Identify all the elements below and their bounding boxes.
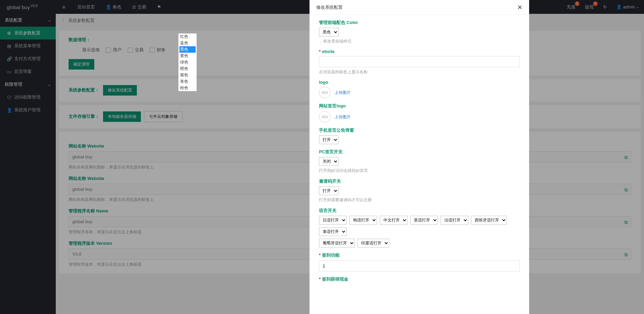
drawer-header: 修改系统配置 ✕ bbox=[309, 0, 529, 14]
close-icon[interactable]: ✕ bbox=[517, 4, 522, 11]
drawer-title: 修改系统配置 bbox=[316, 4, 343, 10]
config-drawer: 修改系统配置 ✕ 管理前端配色 Color 黑色 ，将改变前端样式 * ebsi… bbox=[309, 0, 529, 14]
